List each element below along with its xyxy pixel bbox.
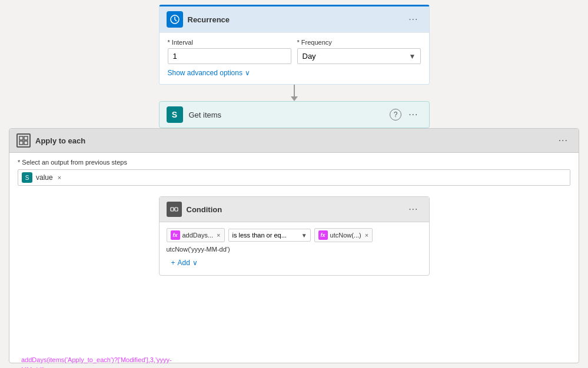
condition-row: fx addDays... × is less than or eq... is… — [167, 228, 422, 253]
frequency-select[interactable]: Day Second Minute Hour Week Month — [297, 48, 421, 64]
condition-body: fx addDays... × is less than or eq... is… — [160, 222, 429, 275]
condition-icon — [167, 202, 182, 217]
svg-rect-1 — [19, 136, 23, 140]
value-tag-close-icon[interactable]: × — [58, 174, 61, 181]
frequency-field-group: * Frequency Day Second Minute Hour Week … — [297, 39, 421, 64]
apply-each-section: Apply to each ··· * Select an output fro… — [9, 128, 579, 363]
svg-rect-3 — [19, 141, 23, 145]
value-tag-text: value — [36, 173, 53, 182]
recurrence-body: * Interval * Frequency Day Second Minute… — [160, 33, 429, 84]
chip-fx-icon-1: fx — [171, 230, 180, 240]
value-tag-row: S value × — [18, 169, 570, 186]
apply-each-menu-button[interactable]: ··· — [555, 134, 572, 147]
chip2-label: utcNow(...) — [330, 232, 361, 239]
condition-operator-select[interactable]: is less than or eq... is equal to is not… — [228, 229, 311, 242]
svg-rect-5 — [171, 208, 174, 211]
show-advanced-label: Show advanced options — [168, 69, 242, 77]
interval-input[interactable] — [168, 48, 291, 64]
add-condition-icon: + — [171, 259, 175, 267]
apply-each-icon — [16, 133, 31, 148]
show-advanced-button[interactable]: Show advanced options ∨ — [168, 69, 250, 77]
utc-text: utcNow('yyyy-MM-dd') — [167, 246, 230, 253]
recurrence-header: Recurrence ··· — [160, 6, 429, 33]
recurrence-to-getitems-arrow — [0, 85, 588, 101]
recurrence-icon — [167, 11, 183, 28]
chip1-close-icon[interactable]: × — [217, 232, 220, 239]
condition-chip-2: fx utcNow(...) × — [314, 228, 373, 242]
recurrence-fields-row: * Interval * Frequency Day Second Minute… — [168, 39, 421, 64]
previous-steps-label: * Select an output from previous steps — [18, 159, 570, 166]
recurrence-menu-button[interactable]: ··· — [405, 13, 421, 26]
get-items-menu-button[interactable]: ··· — [405, 108, 421, 121]
svg-rect-2 — [24, 136, 28, 140]
svg-rect-4 — [24, 141, 28, 145]
get-items-header: S Get items ? ··· — [160, 102, 429, 128]
chip-fx-icon-2: fx — [318, 230, 328, 240]
top-area: Recurrence ··· * Interval * Frequency Da… — [0, 5, 588, 145]
frequency-select-wrapper: Day Second Minute Hour Week Month ▼ — [297, 48, 421, 64]
svg-rect-6 — [175, 208, 178, 211]
chip1-label: addDays... — [182, 232, 214, 239]
get-items-help-button[interactable]: ? — [390, 109, 401, 121]
recurrence-card: Recurrence ··· * Interval * Frequency Da… — [159, 5, 430, 85]
condition-card: Condition ··· fx addDays... × is less th… — [159, 196, 430, 276]
add-condition-button[interactable]: + Add ∨ — [167, 256, 202, 269]
condition-title: Condition — [187, 205, 406, 214]
interval-label: * Interval — [168, 39, 291, 46]
apply-each-header: Apply to each ··· — [9, 129, 579, 153]
condition-operator-wrapper: is less than or eq... is equal to is not… — [228, 229, 311, 242]
apply-each-body: * Select an output from previous steps S… — [9, 153, 579, 192]
apply-each-title: Apply to each — [35, 136, 555, 145]
expression-text: addDays(items('Apply_to_each')?['Modifie… — [21, 356, 172, 368]
get-items-title: Get items — [189, 111, 390, 119]
add-condition-label: Add — [178, 259, 190, 267]
expression-overlay: addDays(items('Apply_to_each')?['Modifie… — [21, 355, 180, 368]
get-items-icon: S — [167, 106, 183, 123]
canvas: Recurrence ··· * Interval * Frequency Da… — [0, 0, 588, 368]
interval-field-group: * Interval — [168, 39, 291, 64]
chevron-down-icon: ∨ — [245, 69, 250, 77]
condition-chip-1: fx addDays... × — [167, 228, 225, 242]
add-chevron-icon: ∨ — [192, 259, 198, 267]
frequency-label: * Frequency — [297, 39, 421, 46]
condition-menu-button[interactable]: ··· — [405, 203, 421, 216]
value-icon: S — [22, 172, 32, 183]
chip2-close-icon[interactable]: × — [365, 232, 368, 239]
get-items-card: S Get items ? ··· — [159, 101, 430, 128]
recurrence-title: Recurrence — [188, 15, 406, 24]
condition-header: Condition ··· — [160, 197, 429, 222]
